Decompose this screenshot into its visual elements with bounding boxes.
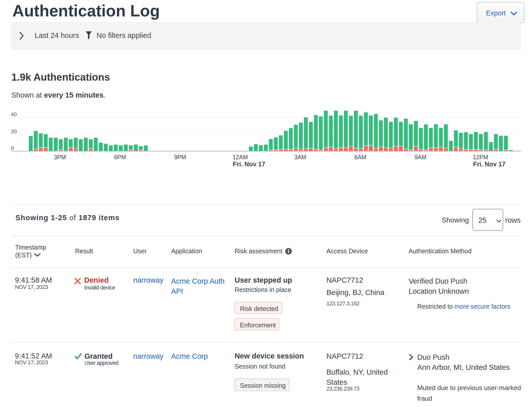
svg-text:Fri. Nov 17: Fri. Nov 17 bbox=[473, 161, 505, 168]
svg-text:9AM: 9AM bbox=[414, 154, 426, 161]
svg-text:3PM: 3PM bbox=[54, 154, 66, 161]
svg-text:3AM: 3AM bbox=[294, 154, 306, 161]
svg-text:20: 20 bbox=[11, 128, 17, 134]
svg-text:9PM: 9PM bbox=[174, 154, 186, 161]
svg-text:6AM: 6AM bbox=[354, 154, 366, 161]
svg-text:12AM: 12AM bbox=[233, 154, 248, 161]
svg-text:0: 0 bbox=[11, 145, 14, 151]
svg-text:Fri. Nov 17: Fri. Nov 17 bbox=[233, 161, 265, 168]
svg-text:6PM: 6PM bbox=[114, 154, 126, 161]
svg-text:40: 40 bbox=[11, 111, 17, 117]
svg-text:12PM: 12PM bbox=[473, 154, 488, 161]
